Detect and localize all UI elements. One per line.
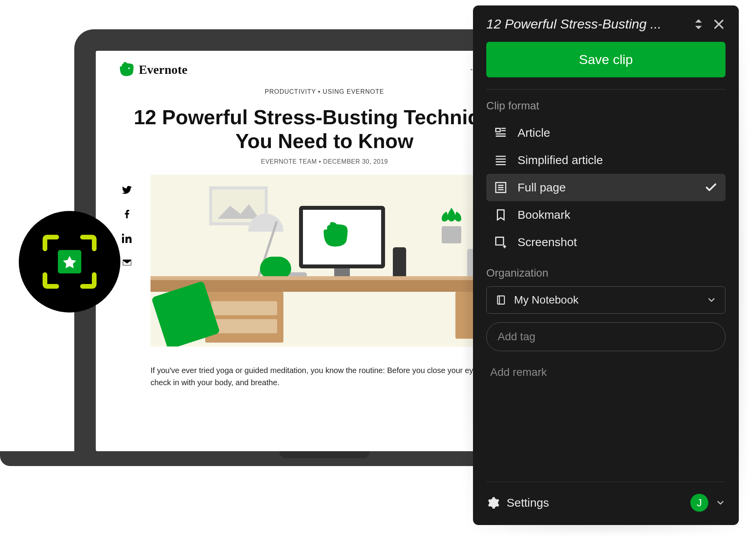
- notebook-selector[interactable]: My Notebook: [486, 286, 726, 314]
- clip-title[interactable]: 12 Powerful Stress-Busting ...: [486, 16, 685, 32]
- linkedin-icon[interactable]: [122, 233, 132, 243]
- article-lead-paragraph: If you've ever tried yoga or guided medi…: [150, 364, 502, 389]
- gear-icon[interactable]: [486, 496, 500, 509]
- email-icon[interactable]: [122, 257, 132, 268]
- screenshot-icon: [494, 236, 507, 249]
- bookmark-icon: [494, 208, 507, 221]
- share-column: [119, 175, 135, 389]
- settings-link[interactable]: Settings: [507, 496, 683, 509]
- clipper-header: 12 Powerful Stress-Busting ...: [486, 5, 726, 42]
- chevron-down-icon[interactable]: [715, 498, 726, 508]
- notebook-name: My Notebook: [514, 294, 699, 306]
- clipper-focus-icon: [40, 232, 99, 291]
- avatar-initial: J: [697, 497, 702, 509]
- full-page-icon: [494, 181, 507, 194]
- add-tag-input[interactable]: [486, 322, 726, 351]
- save-clip-button[interactable]: Save clip: [486, 42, 726, 77]
- facebook-icon[interactable]: [122, 209, 132, 219]
- user-avatar[interactable]: J: [690, 494, 708, 512]
- clipper-panel: 12 Powerful Stress-Busting ... Save clip…: [473, 5, 739, 525]
- notebook-icon: [495, 295, 506, 305]
- twitter-icon[interactable]: [122, 185, 132, 195]
- svg-rect-4: [498, 296, 505, 304]
- format-list: Article Simplified article Full page Boo…: [486, 119, 726, 256]
- expand-collapse-icon[interactable]: [692, 18, 705, 31]
- chevron-down-icon: [706, 295, 717, 305]
- format-label: Full page: [518, 181, 694, 194]
- svg-point-0: [128, 68, 130, 69]
- close-icon[interactable]: [712, 18, 726, 31]
- webclipper-badge: [19, 211, 120, 313]
- clip-format-label: Clip format: [486, 100, 726, 112]
- format-bookmark[interactable]: Bookmark: [486, 201, 726, 229]
- divider: [486, 89, 726, 89]
- article-icon: [494, 126, 507, 139]
- format-simplified-article[interactable]: Simplified article: [486, 146, 726, 174]
- format-full-page[interactable]: Full page: [486, 174, 726, 201]
- panel-footer: Settings J: [486, 482, 726, 525]
- brand-name: Evernote: [139, 63, 187, 77]
- check-icon: [704, 181, 718, 194]
- format-label: Article: [518, 126, 718, 139]
- format-label: Simplified article: [518, 154, 718, 167]
- add-remark-input[interactable]: [486, 361, 726, 390]
- format-screenshot[interactable]: Screenshot: [486, 229, 726, 256]
- format-label: Screenshot: [518, 236, 718, 249]
- evernote-elephant-icon: [119, 62, 135, 77]
- brand[interactable]: Evernote: [119, 62, 187, 77]
- format-label: Bookmark: [518, 208, 718, 221]
- format-article[interactable]: Article: [486, 119, 726, 146]
- simplified-article-icon: [494, 154, 507, 167]
- organization-label: Organization: [486, 267, 726, 279]
- svg-rect-2: [496, 129, 500, 132]
